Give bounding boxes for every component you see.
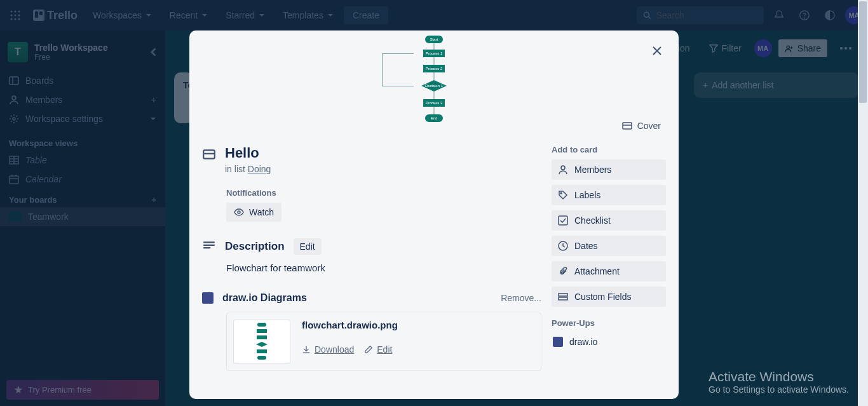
drawio-badge-icon: [553, 337, 563, 347]
labels-button[interactable]: Labels: [552, 185, 666, 205]
attachment-thumbnail[interactable]: [233, 320, 290, 364]
dates-button[interactable]: Dates: [552, 236, 666, 256]
power-ups-heading: Power-Ups: [552, 318, 666, 328]
checklist-button[interactable]: Checklist: [552, 210, 666, 231]
powerup-drawio[interactable]: draw.io: [552, 333, 666, 351]
card-modal: Start Process 1 Process 2 Decision 1 Pro…: [189, 30, 679, 399]
remove-link[interactable]: Remove...: [501, 293, 541, 303]
list-link[interactable]: Doing: [248, 164, 271, 174]
description-icon: [202, 240, 216, 254]
modal-side-column: Add to card Members Labels Checklist Dat…: [552, 145, 666, 371]
paperclip-icon: [558, 266, 568, 276]
attachment-name: flowchart.drawio.png: [302, 320, 398, 330]
members-button[interactable]: Members: [552, 159, 666, 180]
scroll-thumb[interactable]: [859, 1, 867, 103]
edit-description-button[interactable]: Edit: [294, 238, 322, 255]
attachment-button[interactable]: Attachment: [552, 261, 666, 281]
svg-point-29: [560, 193, 562, 194]
svg-rect-30: [559, 216, 567, 225]
svg-rect-25: [623, 123, 632, 129]
svg-point-27: [238, 211, 240, 213]
drawio-icon: [202, 292, 214, 304]
eye-icon: [234, 207, 244, 217]
scrollbar[interactable]: [858, 0, 868, 406]
card-cover: Start Process 1 Process 2 Decision 1 Pro…: [189, 30, 679, 139]
card-title-icon: [202, 147, 216, 161]
pencil-icon: [364, 345, 373, 354]
svg-point-28: [561, 166, 565, 170]
in-list-text: in list Doing: [225, 164, 271, 174]
custom-fields-button[interactable]: Custom Fields: [552, 287, 666, 307]
checklist-icon: [558, 215, 568, 226]
drawio-attachment[interactable]: flowchart.drawio.png Download Edit: [226, 313, 541, 371]
notifications-label: Notifications: [226, 188, 541, 198]
clock-icon: [558, 241, 568, 251]
description-heading: Description: [225, 240, 285, 253]
card-title[interactable]: Hello: [225, 145, 271, 161]
cover-flowchart: Start Process 1 Process 2 Decision 1 Pro…: [396, 34, 472, 136]
edit-attachment-button[interactable]: Edit: [364, 344, 392, 355]
description-text[interactable]: Flowchart for teamwork: [226, 262, 541, 273]
cover-icon: [622, 121, 632, 131]
modal-main-column: Hello in list Doing Notifications Watch …: [202, 145, 541, 371]
labels-icon: [558, 190, 568, 200]
svg-rect-32: [559, 294, 567, 296]
drawio-heading: draw.io Diagrams: [222, 292, 492, 304]
custom-fields-icon: [558, 292, 568, 302]
members-icon: [558, 165, 568, 175]
watch-button[interactable]: Watch: [226, 203, 281, 222]
download-button[interactable]: Download: [302, 344, 354, 355]
download-icon: [302, 345, 311, 354]
add-to-card-heading: Add to card: [552, 145, 666, 154]
modal-overlay[interactable]: Start Process 1 Process 2 Decision 1 Pro…: [0, 0, 868, 406]
cover-button[interactable]: Cover: [616, 117, 667, 135]
svg-rect-33: [559, 297, 567, 300]
